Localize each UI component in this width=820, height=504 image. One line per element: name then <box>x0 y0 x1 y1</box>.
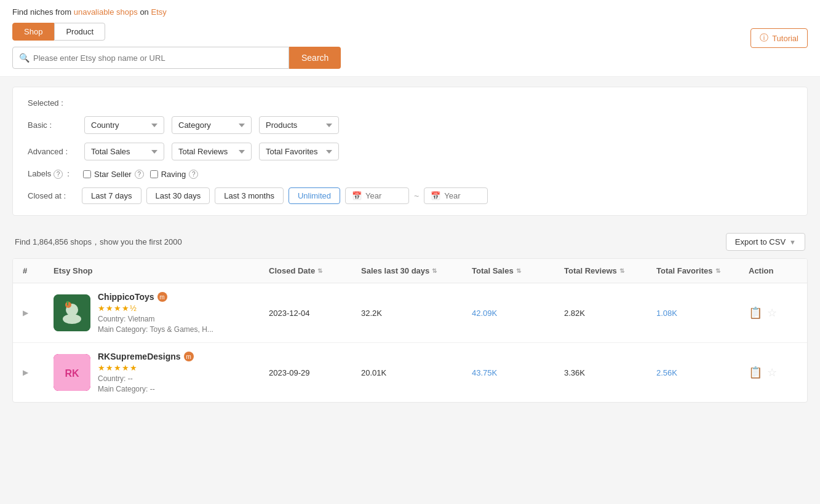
tabs-row: Shop Product <box>12 23 341 41</box>
total-sales-2: 43.75K <box>472 368 564 377</box>
save-action-icon-1[interactable]: 📋 <box>749 306 762 320</box>
total-favorites-select[interactable]: Total Favorites <box>259 143 339 160</box>
year-to-input-wrap: 📅 <box>424 187 488 204</box>
closed-at-row: Closed at : Last 7 days Last 30 days Las… <box>28 187 792 204</box>
advanced-filter-row: Advanced : Total Sales Total Reviews Tot… <box>28 143 792 160</box>
sort-sales-30-icon: ⇅ <box>432 267 437 274</box>
filter-panel: Selected : Basic : Country Category Prod… <box>12 87 808 216</box>
tutorial-icon: ⓘ <box>760 33 768 44</box>
shop-stars-2: ★★★★★ <box>98 363 194 372</box>
last-3-months-button[interactable]: Last 3 months <box>215 187 284 204</box>
selected-row: Selected : <box>28 98 792 108</box>
shop-info-2: RKSupremeDesigns m ★★★★★ Country: -- Mai… <box>98 352 194 393</box>
action-cell-2: 📋 ☆ <box>749 366 808 379</box>
tab-product[interactable]: Product <box>54 23 105 41</box>
calendar-from-icon: 📅 <box>352 191 362 200</box>
last-30-days-button[interactable]: Last 30 days <box>146 187 210 204</box>
country-select[interactable]: Country <box>84 116 164 134</box>
tilde-separator: ~ <box>414 191 419 201</box>
total-favorites-2: 2.56K <box>656 368 749 377</box>
calendar-to-icon: 📅 <box>431 191 440 200</box>
closed-date-2: 2023-09-29 <box>269 368 361 377</box>
sort-total-favorites-icon: ⇅ <box>715 267 720 274</box>
sales-30-2: 20.01K <box>361 368 472 377</box>
export-chevron-icon: ▼ <box>789 238 796 246</box>
shop-category-2: Main Category: -- <box>98 385 194 393</box>
unlimited-button[interactable]: Unlimited <box>289 187 340 204</box>
star-seller-checkbox[interactable] <box>83 170 91 178</box>
data-table: # Etsy Shop Closed Date ⇅ Sales last 30 … <box>12 258 808 403</box>
results-bar: Find 1,864,856 shops，show you the first … <box>0 226 820 258</box>
shop-name-2: RKSupremeDesigns <box>98 352 181 361</box>
sales-30-1: 32.2K <box>361 309 472 318</box>
tutorial-button[interactable]: ⓘ Tutorial <box>750 28 808 48</box>
search-button[interactable]: Search <box>289 47 341 69</box>
total-sales-1: 42.09K <box>472 309 564 318</box>
col-header-total-reviews[interactable]: Total Reviews ⇅ <box>564 266 656 275</box>
shop-cell-1: ChippicoToys m ★★★★½ Country: Vietnam Ma… <box>54 292 269 334</box>
table-row: ▶ ChippicoToys m <box>13 283 807 343</box>
svg-rect-5 <box>66 301 69 302</box>
table-header: # Etsy Shop Closed Date ⇅ Sales last 30 … <box>13 259 807 283</box>
star-seller-help-icon[interactable]: ? <box>135 170 144 179</box>
shop-cell-2: RK RKSupremeDesigns m ★★★★★ Country: -- … <box>54 352 269 393</box>
table-row: ▶ RK RKSupremeDesigns m ★★★★★ Country: -… <box>13 343 807 402</box>
sort-closed-date-icon: ⇅ <box>317 267 322 274</box>
star-action-icon-1[interactable]: ☆ <box>767 306 777 320</box>
shop-category-1: Main Category: Toys & Games, H... <box>98 325 213 334</box>
star-seller-label[interactable]: Star Seller ? <box>83 170 144 179</box>
save-action-icon-2[interactable]: 📋 <box>749 366 762 379</box>
row-expand-2[interactable]: ▶ <box>23 368 54 377</box>
results-count: Find 1,864,856 shops，show you the first … <box>15 237 182 248</box>
col-header-closed-date[interactable]: Closed Date ⇅ <box>269 266 361 275</box>
labels-help-icon[interactable]: ? <box>54 170 63 179</box>
shop-logo-2: RK <box>54 354 90 391</box>
shop-country-1: Country: Vietnam <box>98 315 213 323</box>
col-header-action: Action <box>749 266 808 275</box>
export-csv-button[interactable]: Export to CSV ▼ <box>726 233 805 251</box>
shop-badge-1: m <box>157 292 167 302</box>
raving-checkbox[interactable] <box>150 170 158 178</box>
labels-row: Labels ? : Star Seller ? Raving ? <box>28 169 792 179</box>
tab-shop[interactable]: Shop <box>12 23 54 41</box>
closed-date-1: 2023-12-04 <box>269 309 361 318</box>
basic-label: Basic : <box>28 120 77 130</box>
col-header-total-sales[interactable]: Total Sales ⇅ <box>472 266 564 275</box>
year-from-input-wrap: 📅 <box>345 187 409 204</box>
search-row: 🔍 Search <box>12 47 341 69</box>
svg-point-2 <box>63 314 81 324</box>
action-cell-1: 📋 ☆ <box>749 306 808 320</box>
col-header-num: # <box>23 266 54 275</box>
closed-at-label: Closed at : <box>28 191 77 200</box>
total-favorites-1: 1.08K <box>656 309 749 318</box>
col-header-total-favorites[interactable]: Total Favorites ⇅ <box>656 266 749 275</box>
row-expand-1[interactable]: ▶ <box>23 309 54 317</box>
sort-total-sales-icon: ⇅ <box>516 267 521 274</box>
category-select[interactable]: Category <box>172 116 252 134</box>
col-header-shop: Etsy Shop <box>54 266 269 275</box>
tagline: Find niches from unavaliable shops on Et… <box>12 7 341 17</box>
raving-help-icon[interactable]: ? <box>189 170 198 179</box>
year-to-input[interactable] <box>444 191 481 200</box>
total-reviews-1: 2.82K <box>564 309 656 318</box>
total-reviews-2: 3.36K <box>564 368 656 377</box>
shop-info-1: ChippicoToys m ★★★★½ Country: Vietnam Ma… <box>98 292 213 334</box>
search-input-wrap: 🔍 <box>12 47 289 69</box>
svg-text:RK: RK <box>65 368 79 379</box>
total-sales-select[interactable]: Total Sales <box>84 143 164 160</box>
col-header-sales-30[interactable]: Sales last 30 days ⇅ <box>361 266 472 275</box>
search-icon: 🔍 <box>19 53 30 63</box>
shop-country-2: Country: -- <box>98 374 194 383</box>
sort-total-reviews-icon: ⇅ <box>619 267 624 274</box>
raving-label[interactable]: Raving ? <box>150 170 198 179</box>
labels-label: Labels ? : <box>28 169 77 179</box>
last-7-days-button[interactable]: Last 7 days <box>82 187 141 204</box>
shop-badge-2: m <box>184 352 194 361</box>
search-input[interactable] <box>33 53 282 63</box>
star-action-icon-2[interactable]: ☆ <box>767 366 777 379</box>
year-from-input[interactable] <box>365 191 402 200</box>
shop-logo-1 <box>54 294 90 331</box>
total-reviews-select[interactable]: Total Reviews <box>172 143 252 160</box>
basic-filter-row: Basic : Country Category Products <box>28 116 792 134</box>
products-select[interactable]: Products <box>259 116 339 134</box>
